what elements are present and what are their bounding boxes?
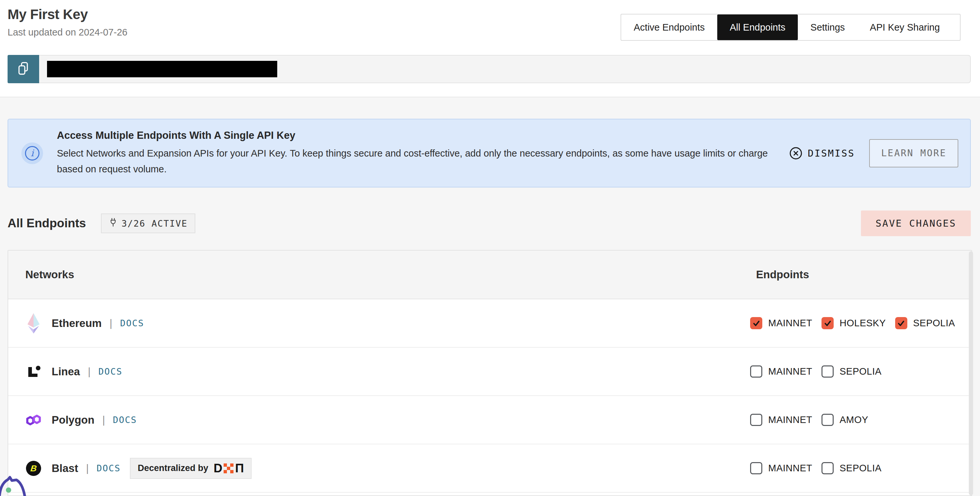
- chat-fox-widget[interactable]: [0, 475, 47, 496]
- tab-settings[interactable]: Settings: [798, 14, 858, 40]
- network-name: Linea: [52, 366, 80, 378]
- network-name: Blast: [52, 462, 78, 475]
- info-banner: i Access Multiple Endpoints With A Singl…: [8, 119, 971, 188]
- page-title: My First Key: [8, 6, 88, 22]
- banner-title: Access Multiple Endpoints With A Single …: [57, 130, 789, 141]
- endpoints-cell: MAINNET SEPOLIA: [750, 348, 882, 395]
- save-changes-button[interactable]: SAVE CHANGES: [861, 210, 971, 236]
- ethereum-icon: [25, 312, 42, 334]
- divider-glyph: |: [88, 366, 91, 378]
- checkbox-polygon-amoy[interactable]: AMOY: [821, 414, 868, 426]
- dismiss-button[interactable]: DISMISS: [789, 147, 855, 160]
- dismiss-label: DISMISS: [808, 148, 855, 159]
- active-count-badge: 3/26 ACTIVE: [101, 213, 195, 233]
- info-icon: i: [21, 142, 43, 164]
- networks-column-header: Networks: [25, 269, 74, 281]
- decentralized-by-badge: Decentralized by D Π: [130, 458, 251, 479]
- endpoint-label: SEPOLIA: [840, 366, 882, 377]
- checkbox-blast-mainnet[interactable]: MAINNET: [750, 462, 812, 474]
- endpoint-label: SEPOLIA: [913, 318, 955, 329]
- tab-bar: Active Endpoints All Endpoints Settings …: [620, 14, 961, 41]
- copy-icon: [17, 62, 30, 77]
- blast-icon: B: [25, 461, 42, 476]
- checkbox-ethereum-sepolia[interactable]: SEPOLIA: [895, 317, 955, 329]
- banner-body: Select Networks and Expansion APIs for y…: [57, 145, 787, 177]
- checkbox-linea-sepolia[interactable]: SEPOLIA: [821, 366, 882, 378]
- dismiss-x-icon: [789, 147, 802, 160]
- api-key-settings-page: My First Key Last updated on 2024-07-26 …: [0, 0, 980, 496]
- info-i-glyph: i: [25, 146, 40, 161]
- ethereum-docs-link[interactable]: DOCS: [120, 318, 144, 328]
- checkbox-ethereum-holesky[interactable]: HOLESKY: [821, 317, 886, 329]
- endpoint-label: MAINNET: [768, 463, 812, 474]
- checkbox: [821, 317, 834, 329]
- endpoint-label: MAINNET: [768, 366, 812, 377]
- table-scrollbar[interactable]: [969, 251, 973, 495]
- endpoints-column-header: Endpoints: [756, 269, 809, 281]
- network-name: Ethereum: [52, 317, 102, 329]
- endpoints-cell: MAINNET AMOY: [750, 396, 868, 444]
- network-cell: Polygon | DOCS: [25, 396, 137, 444]
- plug-icon: [109, 218, 118, 229]
- linea-icon: [25, 364, 42, 379]
- api-key-field[interactable]: [39, 55, 971, 83]
- din-logo: D Π: [213, 462, 243, 474]
- tab-api-key-sharing[interactable]: API Key Sharing: [858, 14, 952, 40]
- checkbox: [821, 462, 834, 474]
- divider-glyph: |: [86, 463, 89, 474]
- din-x-icon: [224, 463, 234, 473]
- checkbox: [821, 366, 834, 378]
- header-divider: [0, 97, 980, 97]
- table-header-row: Networks Endpoints: [8, 251, 972, 299]
- endpoints-cell: MAINNET HOLESKY SEPOLIA: [750, 299, 955, 347]
- network-name: Polygon: [52, 414, 94, 426]
- table-row-ethereum: Ethereum | DOCS MAINNET HOLESKY: [8, 299, 972, 348]
- endpoint-label: SEPOLIA: [840, 463, 882, 474]
- endpoints-section-bar: All Endpoints 3/26 ACTIVE SAVE CHANGES: [8, 210, 971, 236]
- endpoint-label: MAINNET: [768, 415, 812, 425]
- checkbox-polygon-mainnet[interactable]: MAINNET: [750, 414, 812, 426]
- section-heading: All Endpoints: [8, 216, 86, 230]
- checkbox: [750, 317, 762, 329]
- last-updated-text: Last updated on 2024-07-26: [8, 27, 127, 38]
- table-row-polygon: Polygon | DOCS MAINNET AMOY: [8, 396, 972, 444]
- endpoints-table: Networks Endpoints Ethereum | DOCS: [8, 250, 972, 496]
- divider-glyph: |: [110, 317, 112, 329]
- checkbox: [750, 414, 762, 426]
- api-key-redacted-value: [47, 61, 277, 77]
- polygon-docs-link[interactable]: DOCS: [113, 415, 137, 425]
- checkbox-blast-sepolia[interactable]: SEPOLIA: [821, 462, 882, 474]
- api-key-row: [8, 55, 971, 83]
- banner-actions: DISMISS LEARN MORE: [789, 139, 958, 167]
- network-cell: Linea | DOCS: [25, 348, 123, 395]
- banner-text: Access Multiple Endpoints With A Single …: [57, 130, 789, 177]
- badge-text: Decentralized by: [138, 463, 208, 473]
- table-row-blast: B Blast | DOCS Decentralized by D: [8, 444, 972, 493]
- endpoints-cell: MAINNET SEPOLIA: [750, 444, 882, 492]
- endpoint-label: AMOY: [840, 415, 868, 425]
- checkbox-ethereum-mainnet[interactable]: MAINNET: [750, 317, 812, 329]
- endpoint-label: MAINNET: [768, 318, 812, 329]
- checkbox: [750, 366, 762, 378]
- learn-more-button[interactable]: LEARN MORE: [869, 139, 958, 167]
- endpoint-label: HOLESKY: [840, 318, 886, 329]
- active-count-label: 3/26 ACTIVE: [121, 218, 188, 229]
- network-cell: Ethereum | DOCS: [25, 299, 144, 347]
- checkbox-linea-mainnet[interactable]: MAINNET: [750, 366, 812, 378]
- checkbox: [750, 462, 762, 474]
- checkbox: [821, 414, 834, 426]
- checkbox: [895, 317, 907, 329]
- network-cell: B Blast | DOCS Decentralized by D: [25, 444, 251, 492]
- status-dot: [6, 488, 11, 493]
- blast-docs-link[interactable]: DOCS: [97, 463, 121, 473]
- copy-api-key-button[interactable]: [8, 55, 39, 83]
- table-row-linea: Linea | DOCS MAINNET SEPOLIA: [8, 348, 972, 396]
- polygon-icon: [25, 412, 42, 428]
- tab-all-endpoints[interactable]: All Endpoints: [717, 14, 798, 40]
- tab-active-endpoints[interactable]: Active Endpoints: [621, 14, 717, 40]
- divider-glyph: |: [102, 414, 105, 426]
- linea-docs-link[interactable]: DOCS: [98, 366, 123, 377]
